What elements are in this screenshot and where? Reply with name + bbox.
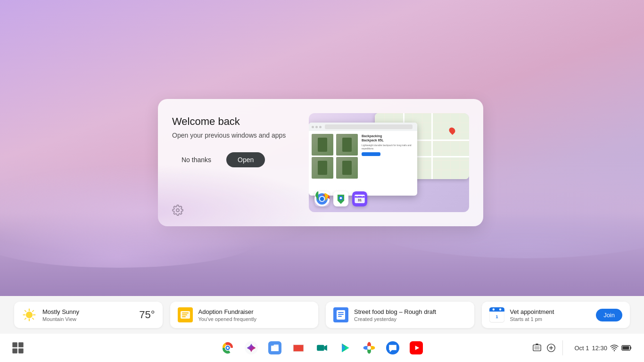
keep-icon xyxy=(178,307,193,322)
shelf-app-meet[interactable] xyxy=(312,337,332,358)
shelf-app-play[interactable] xyxy=(335,337,356,358)
open-button[interactable]: Open xyxy=(226,152,265,167)
weather-location: Mountain View xyxy=(42,316,133,322)
welcome-title: Welcome back xyxy=(172,115,299,128)
svg-rect-42 xyxy=(12,348,17,354)
adoption-title: Adoption Fundraiser xyxy=(198,308,311,315)
svg-rect-28 xyxy=(182,316,186,317)
svg-rect-53 xyxy=(317,345,324,351)
weather-text: Mostly Sunny Mountain View xyxy=(42,308,133,322)
shelf-app-photos[interactable] xyxy=(359,337,380,358)
product-title: BackpackingBackpack 65L xyxy=(362,134,414,142)
svg-rect-32 xyxy=(338,314,344,315)
weather-card[interactable]: Mostly Sunny Mountain View 75° xyxy=(14,302,163,328)
product-img-3 xyxy=(312,157,333,179)
shelf-app-gmail[interactable] xyxy=(288,337,309,358)
shelf-app-messages[interactable] xyxy=(382,337,403,358)
battery-icon xyxy=(621,345,632,351)
browser-dot-2 xyxy=(315,126,318,128)
join-button[interactable]: Join xyxy=(596,309,622,321)
adoption-fundraiser-card[interactable]: Adoption Fundraiser You've opened freque… xyxy=(170,302,319,328)
desktop-wallpaper: Welcome back Open your previous windows … xyxy=(0,0,644,296)
taskbar: Mostly Sunny Mountain View 75° Adoption … xyxy=(0,296,644,362)
blog-subtitle: Created yesterday xyxy=(354,316,467,322)
welcome-back-card: Welcome back Open your previous windows … xyxy=(158,99,483,226)
product-img-1 xyxy=(312,134,333,156)
svg-line-22 xyxy=(33,311,33,312)
shelf: Oct 1 12:30 xyxy=(0,334,644,362)
no-thanks-button[interactable]: No thanks xyxy=(172,152,221,167)
svg-point-11 xyxy=(356,195,358,197)
product-image-grid xyxy=(312,134,359,179)
add-to-cart-button xyxy=(362,152,380,156)
shelf-center-apps xyxy=(217,337,427,358)
shelf-left xyxy=(8,337,28,358)
welcome-subtitle: Open your previous windows and apps xyxy=(172,132,299,139)
vet-subtitle: Starts at 1 pm xyxy=(510,316,591,322)
svg-point-3 xyxy=(320,197,324,201)
svg-text:1: 1 xyxy=(495,314,498,319)
product-img-2 xyxy=(336,134,358,156)
tray-divider xyxy=(562,340,563,355)
screenshot-icon[interactable] xyxy=(532,343,542,353)
preview-chrome-icon xyxy=(314,191,330,206)
settings-gear-icon[interactable] xyxy=(172,205,183,216)
shelf-app-assistant[interactable] xyxy=(241,337,262,358)
time-text: 12:30 xyxy=(592,345,607,352)
weather-temperature: 75° xyxy=(139,309,155,321)
svg-line-23 xyxy=(25,318,26,319)
svg-rect-41 xyxy=(18,342,23,347)
svg-rect-31 xyxy=(338,312,344,313)
product-content: BackpackingBackpack 65L Lightweight dura… xyxy=(309,131,417,181)
product-preview-window: BackpackingBackpack 65L Lightweight dura… xyxy=(309,123,417,196)
product-info: BackpackingBackpack 65L Lightweight dura… xyxy=(362,134,414,179)
svg-rect-40 xyxy=(12,342,17,347)
welcome-left-section: Welcome back Open your previous windows … xyxy=(172,113,299,167)
svg-rect-72 xyxy=(623,346,629,350)
blog-text: Street food blog – Rough draft Created y… xyxy=(354,308,467,322)
map-road-v2 xyxy=(431,113,433,179)
product-description: Lightweight durable backpack for long tr… xyxy=(362,144,414,150)
wifi-icon xyxy=(610,344,619,352)
street-food-blog-card[interactable]: Street food blog – Rough draft Created y… xyxy=(326,302,474,328)
browser-url-bar xyxy=(325,124,413,129)
svg-point-39 xyxy=(499,308,501,310)
svg-point-14 xyxy=(176,209,179,212)
welcome-buttons: No thanks Open xyxy=(172,152,299,167)
vet-title: Vet appointment xyxy=(510,308,591,315)
overview-button[interactable] xyxy=(8,337,28,358)
weather-title: Mostly Sunny xyxy=(42,308,133,315)
shelf-app-youtube[interactable] xyxy=(406,337,427,358)
svg-rect-10 xyxy=(355,196,364,198)
svg-point-60 xyxy=(367,346,371,350)
svg-line-20 xyxy=(25,311,26,312)
vet-appointment-card[interactable]: 1 Vet appointment Starts at 1 pm Join xyxy=(482,302,630,328)
preview-fantastical-icon: 31 xyxy=(352,191,367,206)
svg-point-69 xyxy=(614,350,615,351)
shelf-app-chrome[interactable] xyxy=(217,337,238,358)
system-tray[interactable]: Oct 1 12:30 xyxy=(570,342,636,354)
product-img-4 xyxy=(336,157,358,179)
vet-text: Vet appointment Starts at 1 pm xyxy=(510,308,591,322)
browser-dot-3 xyxy=(319,126,322,128)
svg-rect-27 xyxy=(182,314,187,315)
svg-line-21 xyxy=(33,318,33,319)
preview-area: BackpackingBackpack 65L Lightweight dura… xyxy=(309,113,469,212)
date-text: Oct 1 xyxy=(574,345,589,352)
blog-title: Street food blog – Rough draft xyxy=(354,308,467,315)
calendar-icon: 1 xyxy=(489,307,504,322)
shelf-right: Oct 1 12:30 xyxy=(532,340,636,355)
adoption-subtitle: You've opened frequently xyxy=(198,316,311,322)
preview-app-icons: 31 xyxy=(314,191,367,206)
shelf-app-files[interactable] xyxy=(264,337,285,358)
preview-maps-icon xyxy=(333,191,348,206)
svg-point-47 xyxy=(227,347,229,349)
svg-point-12 xyxy=(362,195,363,197)
svg-rect-71 xyxy=(630,347,631,349)
adoption-text: Adoption Fundraiser You've opened freque… xyxy=(198,308,311,322)
weather-icon xyxy=(22,307,37,322)
svg-rect-36 xyxy=(489,310,504,312)
add-icon[interactable] xyxy=(546,343,556,353)
svg-rect-64 xyxy=(535,346,540,349)
svg-text:31: 31 xyxy=(358,198,362,202)
